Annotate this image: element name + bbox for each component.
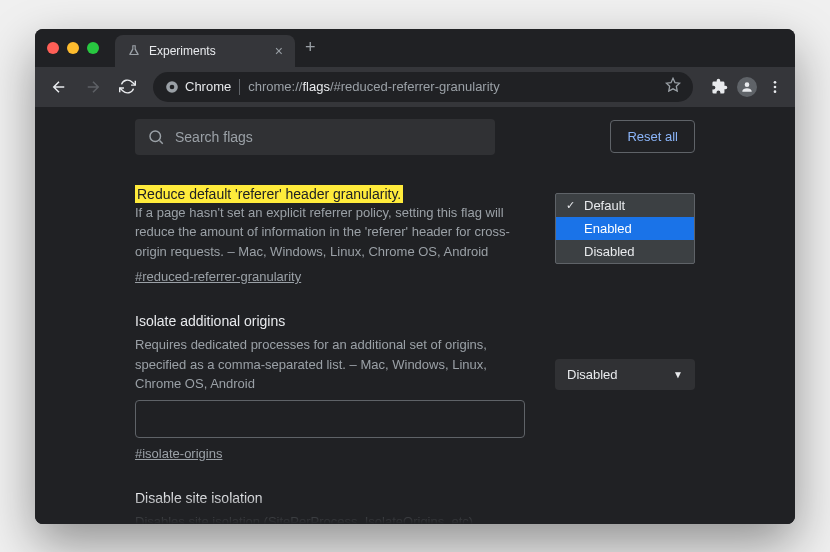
svg-point-6 [150, 131, 161, 142]
browser-window: Experiments × + Chrome chrome://flags/#r… [35, 29, 795, 524]
divider [239, 79, 240, 95]
flags-search-bar: Reset all [35, 107, 795, 167]
chrome-icon [165, 80, 179, 94]
page-content: Reset all Reduce default 'referer' heade… [35, 107, 795, 524]
maximize-window-button[interactable] [87, 42, 99, 54]
menu-dots-icon[interactable] [765, 77, 785, 97]
flag-title: Isolate additional origins [135, 313, 525, 329]
reset-all-button[interactable]: Reset all [610, 120, 695, 153]
flask-icon [127, 44, 141, 58]
search-flags-box[interactable] [135, 119, 495, 155]
isolate-origins-input[interactable] [135, 400, 525, 438]
flag-description: Requires dedicated processes for an addi… [135, 335, 525, 394]
check-icon: ✓ [566, 199, 578, 212]
close-tab-icon[interactable]: × [275, 43, 283, 59]
new-tab-button[interactable]: + [305, 37, 316, 58]
tab-title: Experiments [149, 44, 267, 58]
flag-item: Disable site isolation Disables site iso… [135, 490, 695, 524]
dropdown-option-disabled[interactable]: Disabled [556, 240, 694, 263]
svg-point-5 [774, 90, 777, 93]
svg-point-1 [170, 84, 175, 89]
url-text: chrome://flags/#reduced-referrer-granula… [248, 79, 499, 94]
flag-select-dropdown-open[interactable]: ✓ Default Enabled Disabled [555, 193, 695, 264]
back-button[interactable] [45, 73, 73, 101]
flag-title: Reduce default 'referer' header granular… [135, 185, 403, 203]
traffic-lights [47, 42, 99, 54]
reload-button[interactable] [113, 73, 141, 101]
address-bar[interactable]: Chrome chrome://flags/#reduced-referrer-… [153, 72, 693, 102]
title-bar: Experiments × + [35, 29, 795, 67]
forward-button[interactable] [79, 73, 107, 101]
flags-list: Reduce default 'referer' header granular… [35, 167, 795, 524]
dropdown-option-default[interactable]: ✓ Default [556, 194, 694, 217]
flag-description: If a page hasn't set an explicit referre… [135, 203, 525, 262]
flag-title: Disable site isolation [135, 490, 525, 506]
flag-item: Reduce default 'referer' header granular… [135, 185, 695, 286]
flag-select[interactable]: Disabled ▼ [555, 359, 695, 390]
extension-icons [709, 77, 785, 97]
minimize-window-button[interactable] [67, 42, 79, 54]
search-icon [147, 128, 165, 146]
svg-point-3 [774, 81, 777, 84]
extensions-puzzle-icon[interactable] [709, 77, 729, 97]
profile-avatar-icon[interactable] [737, 77, 757, 97]
flag-item: Isolate additional origins Requires dedi… [135, 313, 695, 462]
chrome-label: Chrome [185, 79, 231, 94]
search-input[interactable] [175, 129, 483, 145]
browser-tab[interactable]: Experiments × [115, 35, 295, 67]
browser-toolbar: Chrome chrome://flags/#reduced-referrer-… [35, 67, 795, 107]
flag-anchor-link[interactable]: #isolate-origins [135, 446, 222, 461]
site-chip: Chrome [165, 79, 231, 94]
svg-point-4 [774, 85, 777, 88]
flag-description: Disables site isolation (SitePerProcess,… [135, 512, 525, 524]
chevron-down-icon: ▼ [673, 369, 683, 380]
svg-marker-2 [666, 78, 679, 91]
flag-anchor-link[interactable]: #reduced-referrer-granularity [135, 269, 301, 284]
bookmark-star-icon[interactable] [665, 77, 681, 97]
close-window-button[interactable] [47, 42, 59, 54]
dropdown-option-enabled[interactable]: Enabled [556, 217, 694, 240]
